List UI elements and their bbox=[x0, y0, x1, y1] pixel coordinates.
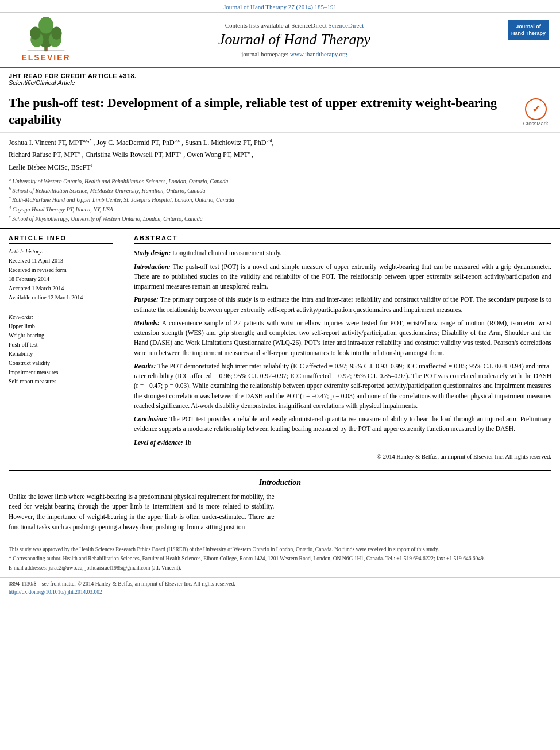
keyword-6: Impairment measures bbox=[9, 368, 113, 377]
abstract-purpose: Purpose: The primary purpose of this stu… bbox=[134, 295, 551, 315]
abstract-results-text: The POT demonstrated high inter-rater re… bbox=[134, 363, 551, 409]
affiliation-e: e School of Physiotherapy, University of… bbox=[9, 214, 551, 223]
study-design-text: Longitudinal clinical measurement study. bbox=[172, 249, 281, 256]
received-date: Received 11 April 2013 bbox=[9, 256, 113, 265]
journal-header: ELSEVIER Contents lists available at Sci… bbox=[0, 13, 560, 68]
author-2-sep: , Susan L. Michlovitz PT, PhD bbox=[181, 139, 266, 147]
section-divider bbox=[9, 470, 551, 471]
article-type-label: Scientific/Clinical Article bbox=[9, 79, 551, 86]
author-6-sup: e bbox=[248, 150, 250, 155]
affil-e-text: School of Physiotherapy, University of W… bbox=[12, 216, 203, 222]
author-2-sup: b,c bbox=[175, 138, 180, 143]
svg-point-5 bbox=[51, 27, 61, 40]
available-date: Available online 12 March 2014 bbox=[9, 293, 113, 302]
crossmark-label: CrossMark bbox=[523, 121, 549, 126]
crossmark-icon: ✓ bbox=[524, 98, 547, 121]
article-info-heading: Article Info bbox=[9, 234, 113, 244]
abstract-purpose-text: The primary purpose of this study is to … bbox=[134, 296, 551, 313]
credit-header: JHT Read for Credit Article #318. Scient… bbox=[0, 68, 560, 89]
affiliations: a University of Western Ontario, Health … bbox=[9, 176, 551, 224]
top-journal-bar: Journal of Hand Therapy 27 (2014) 185–19… bbox=[0, 0, 560, 13]
article-title-section: The push-off test: Development of a simp… bbox=[0, 89, 560, 133]
author-7: Leslie Bisbee MCISc, BScPT bbox=[9, 163, 91, 171]
received-revised-label: Received in revised form bbox=[9, 266, 113, 274]
abstract-intro-label: Introduction: bbox=[134, 263, 171, 270]
journal-homepage-link[interactable]: www.jhandtherapy.org bbox=[290, 51, 347, 57]
keywords-label: Keywords: bbox=[9, 314, 113, 320]
email-addresses: jsrac2@uwo.ca, joshuaisrael1985@gmail.co… bbox=[49, 565, 181, 571]
abstract-conclusion-text: The POT test provides a reliable and eas… bbox=[134, 416, 551, 432]
science-direct-anchor[interactable]: ScienceDirect bbox=[329, 22, 364, 29]
footer-section: This study was approved by the Health Sc… bbox=[0, 539, 560, 577]
affil-b-text: School of Rehabilitation Science, McMast… bbox=[13, 187, 206, 194]
left-column: Article Info Article history: Received 1… bbox=[9, 234, 123, 461]
keyword-2: Weight-bearing bbox=[9, 331, 113, 340]
introduction-heading: Introduction bbox=[9, 478, 551, 487]
author-5-sup: e bbox=[180, 150, 182, 155]
bottom-bar: 0894-1130/$ – see front matter © 2014 Ha… bbox=[0, 577, 560, 599]
abstract-copyright: © 2014 Hanley & Belfus, an imprint of El… bbox=[134, 452, 551, 461]
abstract-results-label: Results: bbox=[134, 363, 156, 370]
keyword-1: Upper limb bbox=[9, 322, 113, 331]
affiliation-c: c Roth-McFarlane Hand and Upper Limb Cen… bbox=[9, 195, 551, 204]
crossmark-area: ✓ CrossMark bbox=[520, 98, 551, 126]
affiliation-a: a University of Western Ontario, Health … bbox=[9, 176, 551, 186]
keyword-4: Reliability bbox=[9, 349, 113, 359]
abstract-level-text: 1b bbox=[184, 439, 191, 446]
abstract-conclusion-label: Conclusion: bbox=[134, 416, 167, 422]
elsevier-logo-area: ELSEVIER bbox=[9, 17, 83, 62]
footnote-emails: E-mail addresses: jsrac2@uwo.ca, joshuai… bbox=[9, 564, 551, 572]
abstract-results: Results: The POT demonstrated high inter… bbox=[134, 361, 551, 411]
divider bbox=[9, 309, 113, 309]
authors-line-3: Leslie Bisbee MCISc, BScPTe bbox=[9, 162, 551, 173]
author-7-sup: e bbox=[91, 163, 93, 168]
abstract-intro: Introduction: The push-off test (POT) is… bbox=[134, 262, 551, 292]
footnote-2: * Corresponding author. Health and Rehab… bbox=[9, 555, 551, 563]
elsevier-wordmark: ELSEVIER bbox=[21, 53, 70, 62]
author-1: Joshua I. Vincent PT, MPT bbox=[9, 139, 83, 147]
authors-line-1: Joshua I. Vincent PT, MPTa,c,* , Joy C. … bbox=[9, 137, 551, 148]
footnote-1: This study was approved by the Health Sc… bbox=[9, 545, 551, 553]
history-label: Article history: bbox=[9, 248, 113, 255]
keyword-3: Push-off test bbox=[9, 340, 113, 349]
journal-homepage: journal homepage: www.jhandtherapy.org bbox=[92, 51, 497, 57]
science-direct-link: Contents lists available at ScienceDirec… bbox=[92, 22, 497, 29]
revised-date: 18 February 2014 bbox=[9, 275, 113, 283]
author-4-sep: , Christina Wells-Rowsell PT, MPT bbox=[82, 151, 180, 159]
abstract-methods: Methods: A convenience sample of 22 pati… bbox=[134, 318, 551, 358]
abstract-methods-text: A convenience sample of 22 patients with… bbox=[134, 320, 551, 356]
author-4-sup: e bbox=[78, 150, 80, 155]
author-1-sep: , Joy C. MacDermid PT, PhD bbox=[94, 139, 175, 147]
author-4: Richard Rafuse PT, MPT bbox=[9, 151, 78, 159]
two-col-body: Article Info Article history: Received 1… bbox=[0, 228, 560, 467]
article-title: The push-off test: Development of a simp… bbox=[9, 95, 514, 128]
intro-col-left: Unlike the lower limb where weight-beari… bbox=[9, 492, 275, 533]
email-label: E-mail addresses: bbox=[9, 565, 47, 571]
doi-link[interactable]: http://dx.doi.org/10.1016/j.jht.2014.03.… bbox=[9, 589, 102, 595]
affil-a-text: University of Western Ontario, Health an… bbox=[13, 178, 229, 184]
journal-citation: Journal of Hand Therapy 27 (2014) 185–19… bbox=[223, 3, 337, 10]
right-column: Abstract Study design: Longitudinal clin… bbox=[123, 234, 551, 461]
abstract-level-label: Level of evidence: bbox=[134, 439, 183, 446]
introduction-section: Introduction Unlike the lower limb where… bbox=[0, 474, 560, 539]
affiliation-d: d Cayuga Hand Therapy PT, Ithaca, NY, US… bbox=[9, 205, 551, 214]
article-history: Article history: Received 11 April 2013 … bbox=[9, 248, 113, 302]
affil-d-text: Cayuga Hand Therapy PT, Ithaca, NY, USA bbox=[13, 206, 113, 213]
abstract-study-design: Study design: Longitudinal clinical meas… bbox=[134, 248, 551, 258]
author-5-sep: , Owen Wong PT, MPT bbox=[183, 151, 248, 159]
study-design-label: Study design: bbox=[134, 249, 171, 256]
keywords-section: Keywords: Upper limb Weight-bearing Push… bbox=[9, 314, 113, 386]
abstract-text: Study design: Longitudinal clinical meas… bbox=[134, 248, 551, 461]
svg-point-6 bbox=[38, 17, 53, 34]
elsevier-tree-icon bbox=[20, 17, 72, 52]
footer-divider bbox=[9, 543, 226, 543]
journal-badge-area: Journal of Hand Therapy bbox=[505, 17, 551, 62]
introduction-cols: Unlike the lower limb where weight-beari… bbox=[9, 492, 551, 533]
authors-section: Joshua I. Vincent PT, MPTa,c,* , Joy C. … bbox=[0, 133, 560, 228]
doi-line: http://dx.doi.org/10.1016/j.jht.2014.03.… bbox=[9, 588, 551, 596]
author-3-sup: b,d bbox=[266, 138, 272, 143]
abstract-intro-text: The push-off test (POT) is a novel and s… bbox=[134, 263, 551, 290]
accepted-date: Accepted 1 March 2014 bbox=[9, 284, 113, 293]
intro-text-col1: Unlike the lower limb where weight-beari… bbox=[9, 492, 275, 533]
journal-center-info: Contents lists available at ScienceDirec… bbox=[92, 17, 497, 62]
